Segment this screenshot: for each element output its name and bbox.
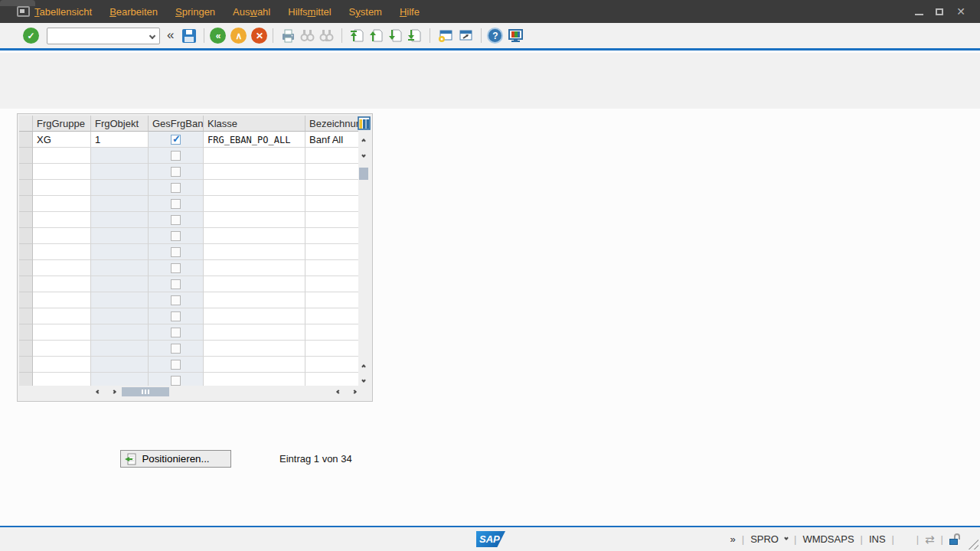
customize-icon[interactable] xyxy=(508,28,524,44)
gesfrgbanf-checkbox[interactable] xyxy=(171,344,181,354)
row-selector[interactable] xyxy=(19,132,33,148)
gesfrgbanf-checkbox[interactable] xyxy=(171,151,181,161)
cell-klasse[interactable] xyxy=(204,164,305,180)
row-selector[interactable] xyxy=(19,180,33,196)
cell-gesfrgbanf[interactable] xyxy=(149,196,204,212)
first-page-icon[interactable] xyxy=(350,28,364,43)
cell-klasse[interactable] xyxy=(204,341,305,357)
gesfrgbanf-checkbox[interactable] xyxy=(171,135,181,145)
cell-klasse[interactable] xyxy=(204,148,305,164)
cell-gesfrgbanf[interactable] xyxy=(149,148,204,164)
print-icon[interactable] xyxy=(281,28,296,43)
menu-hilfsmittel[interactable]: Hilfsmittel xyxy=(288,5,331,19)
row-selector[interactable] xyxy=(19,244,33,260)
cell-gesfrgbanf[interactable] xyxy=(149,212,204,228)
scroll-right-right-pane-icon[interactable] xyxy=(349,386,360,397)
cell-bezeichnung[interactable] xyxy=(305,228,358,244)
cell-frggruppe[interactable] xyxy=(33,357,91,373)
cell-klasse[interactable] xyxy=(204,228,305,244)
row-selector[interactable] xyxy=(19,148,33,164)
close-button[interactable]: ✕ xyxy=(956,6,966,17)
column-header-gesfrgbanf[interactable]: GesFrgBanf xyxy=(149,116,204,132)
cell-klasse[interactable] xyxy=(204,357,305,373)
next-page-icon[interactable] xyxy=(388,28,403,43)
status-overflow-icon[interactable]: » xyxy=(730,533,736,545)
cell-frggruppe[interactable] xyxy=(33,164,91,180)
position-button[interactable]: Positionieren... xyxy=(120,450,231,468)
row-selector[interactable] xyxy=(19,228,33,244)
cell-gesfrgbanf[interactable] xyxy=(149,180,204,196)
cell-frggruppe[interactable] xyxy=(33,373,91,386)
cell-bezeichnung[interactable] xyxy=(305,324,358,341)
row-selector[interactable] xyxy=(19,276,33,292)
cell-frggruppe[interactable] xyxy=(33,196,91,212)
cell-klasse[interactable] xyxy=(204,196,305,212)
new-session-icon[interactable] xyxy=(438,28,453,43)
cell-frggruppe[interactable]: XG xyxy=(33,132,91,148)
menu-tabellensicht[interactable]: Tabellensicht xyxy=(34,5,92,19)
menu-bearbeiten[interactable]: Bearbeiten xyxy=(109,5,158,19)
cell-gesfrgbanf[interactable] xyxy=(149,244,204,260)
up-icon[interactable]: ∧ xyxy=(230,28,247,44)
column-header-bezeichnung[interactable]: Bezeichnung xyxy=(305,116,358,132)
command-input[interactable] xyxy=(49,29,144,43)
gesfrgbanf-checkbox[interactable] xyxy=(171,231,181,241)
save-icon[interactable] xyxy=(182,29,196,43)
cell-frgobjekt[interactable]: 1 xyxy=(91,132,149,148)
row-selector[interactable] xyxy=(19,196,33,212)
cell-klasse[interactable] xyxy=(204,212,305,228)
cell-gesfrgbanf[interactable] xyxy=(149,260,204,276)
cell-bezeichnung[interactable] xyxy=(305,164,358,180)
scroll-left-right-pane-icon[interactable] xyxy=(333,386,344,397)
cell-bezeichnung[interactable] xyxy=(305,244,358,260)
minimize-button[interactable] xyxy=(915,8,923,15)
cell-frggruppe[interactable] xyxy=(33,341,91,357)
gesfrgbanf-checkbox[interactable] xyxy=(171,360,181,370)
maximize-button[interactable] xyxy=(936,8,943,15)
vertical-scroll-thumb[interactable] xyxy=(359,168,368,180)
cell-frggruppe[interactable] xyxy=(33,308,91,324)
response-time-icon[interactable]: ⇄ xyxy=(925,533,935,546)
menu-springen[interactable]: Springen xyxy=(175,5,215,19)
cell-klasse[interactable] xyxy=(204,308,305,324)
cell-frggruppe[interactable] xyxy=(33,148,91,164)
row-selector[interactable] xyxy=(19,341,33,357)
cell-bezeichnung[interactable] xyxy=(305,148,358,164)
cell-gesfrgbanf[interactable] xyxy=(149,228,204,244)
collapse-toolbar-icon[interactable]: « xyxy=(167,28,174,43)
cell-bezeichnung[interactable] xyxy=(305,292,358,308)
status-insert-mode[interactable]: INS xyxy=(869,533,886,545)
cell-bezeichnung[interactable] xyxy=(305,276,358,292)
gesfrgbanf-checkbox[interactable] xyxy=(171,263,181,273)
previous-page-icon[interactable] xyxy=(369,28,384,43)
cell-frggruppe[interactable] xyxy=(33,276,91,292)
cell-klasse[interactable]: FRG_EBAN_PO_ALL xyxy=(204,132,305,148)
gesfrgbanf-checkbox[interactable] xyxy=(171,167,181,177)
cell-bezeichnung[interactable] xyxy=(305,373,358,386)
scroll-down-bottom-icon[interactable] xyxy=(358,375,369,386)
status-transaction[interactable]: SPRO xyxy=(750,533,779,545)
gesfrgbanf-checkbox[interactable] xyxy=(171,295,181,305)
menu-auswahl[interactable]: Auswahl xyxy=(233,5,270,19)
horizontal-scroll-thumb[interactable] xyxy=(122,387,169,396)
row-selector[interactable] xyxy=(19,260,33,276)
gesfrgbanf-checkbox[interactable] xyxy=(171,247,181,257)
enter-icon[interactable]: ✓ xyxy=(23,28,39,44)
cell-klasse[interactable] xyxy=(204,292,305,308)
system-menu-icon[interactable] xyxy=(17,6,30,17)
scroll-up-bottom-icon[interactable] xyxy=(358,361,369,372)
scroll-down-icon[interactable] xyxy=(358,150,369,161)
select-all-rows-header[interactable] xyxy=(19,116,33,132)
cell-frggruppe[interactable] xyxy=(33,260,91,276)
cell-frggruppe[interactable] xyxy=(33,244,91,260)
cell-bezeichnung[interactable] xyxy=(305,196,358,212)
cell-gesfrgbanf[interactable] xyxy=(149,132,204,148)
cell-frggruppe[interactable] xyxy=(33,180,91,196)
table-settings-icon[interactable] xyxy=(358,116,371,132)
cell-klasse[interactable] xyxy=(204,324,305,341)
row-selector[interactable] xyxy=(19,324,33,341)
cell-bezeichnung[interactable] xyxy=(305,180,358,196)
cell-gesfrgbanf[interactable] xyxy=(149,276,204,292)
cell-frggruppe[interactable] xyxy=(33,212,91,228)
help-icon[interactable]: ? xyxy=(487,28,503,44)
